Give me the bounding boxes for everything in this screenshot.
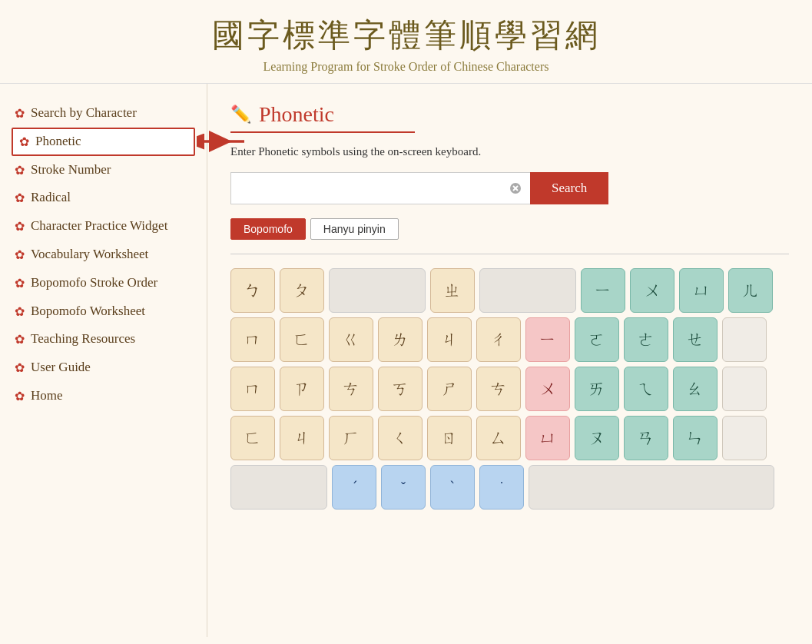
pencil-icon: ✏️ [230,105,251,124]
keyboard-row-1: ㄅ ㄆ ㄓ ㄧ ㄨ ㄩ ㄦ [230,268,789,313]
key-ch[interactable]: ㄔ [476,317,521,362]
sidebar-item-search-by-character[interactable]: ✿ Search by Character [12,99,195,128]
sidebar-item-vocabulary-worksheet[interactable]: ✿ Vocabulary Worksheet [12,241,195,269]
clear-icon [509,182,522,194]
key-m[interactable]: ㄇ [230,317,275,362]
key-c2[interactable]: ㄘ [476,367,521,411]
key-tone2[interactable]: ˊ [332,465,376,510]
key-s[interactable]: ㄙ [476,416,521,460]
key-c[interactable]: ㄘ [329,367,373,411]
key-yu[interactable]: ㄩ [679,268,724,313]
tab-row: Bopomofo Hanyu pinyin [230,218,789,240]
sidebar-item-stroke-number[interactable]: ✿ Stroke Number [12,156,195,184]
search-input-wrapper [230,172,530,204]
key-j[interactable]: ㄐ [427,317,472,362]
key-j2[interactable]: ㄐ [280,416,324,460]
phonetic-keyboard: ㄅ ㄆ ㄓ ㄧ ㄨ ㄩ ㄦ ㄇ ㄈ ㄍ ㄌ ㄐ ㄔ ㄧ ㄛ ㄜ ㄝ [230,268,789,510]
key-b[interactable]: ㄅ [230,268,275,313]
sidebar-item-teaching-resources[interactable]: ✿ Teaching Resources [12,325,195,354]
key-empty-4 [722,367,767,411]
search-button[interactable]: Search [530,172,608,204]
sidebar-item-character-practice-widget[interactable]: ✿ Character Practice Widget [12,212,195,241]
keyboard-row-4: ㄈ ㄐ ㄏ ㄑ ㄖ ㄙ ㄩ ㄡ ㄢ ㄣ [230,416,789,460]
arrow-indicator [197,129,249,154]
divider [230,254,789,254]
key-ou[interactable]: ㄡ [575,416,619,460]
sidebar-item-bopomofo-worksheet[interactable]: ✿ Bopomofo Worksheet [12,297,195,326]
key-eh[interactable]: ㄝ [673,317,718,362]
sidebar-item-phonetic[interactable]: ✿ Phonetic [12,128,195,156]
key-k[interactable]: ㄎ [378,367,423,411]
key-medial-u[interactable]: ㄨ [525,367,570,411]
sidebar-item-home[interactable]: ✿ Home [12,382,195,410]
key-wu[interactable]: ㄨ [630,268,674,313]
key-zh[interactable]: ㄓ [430,268,475,313]
sidebar-label-search-by-character: Search by Character [31,105,137,121]
key-er[interactable]: ㄦ [728,268,773,313]
sidebar-label-home: Home [31,387,63,404]
tab-bopomofo[interactable]: Bopomofo [230,218,306,240]
flower-icon-9: ✿ [15,332,25,348]
sidebar-item-user-guide[interactable]: ✿ User Guide [12,354,195,382]
title-chinese: 國字標準字體筆順學習網 [0,14,812,57]
sidebar-label-character-practice-widget: Character Practice Widget [31,217,167,234]
sidebar: ✿ Search by Character ✿ Phonetic ✿ Strok… [0,84,207,637]
key-tone4[interactable]: ˋ [430,465,475,510]
key-empty-7 [529,465,774,510]
flower-icon-4: ✿ [15,191,25,207]
key-empty-2 [479,268,576,313]
flower-icon-3: ✿ [15,163,25,179]
key-e[interactable]: ㄜ [624,317,668,362]
sidebar-item-radical[interactable]: ✿ Radical [12,184,195,212]
tab-hanyu-pinyin[interactable]: Hanyu pinyin [310,218,399,240]
key-o[interactable]: ㄛ [575,317,619,362]
key-yi[interactable]: ㄧ [581,268,625,313]
key-p[interactable]: ㄆ [280,268,324,313]
content-area: ✏️ Phonetic Enter Phonetic symbols using… [207,84,812,637]
flower-icon-1: ✿ [15,106,25,122]
section-description: Enter Phonetic symbols using the on-scre… [230,145,789,158]
main-layout: ✿ Search by Character ✿ Phonetic ✿ Strok… [0,84,812,637]
sidebar-label-bopomofo-worksheet: Bopomofo Worksheet [31,303,145,320]
key-ei[interactable]: ㄟ [624,367,668,411]
flower-icon-8: ✿ [15,304,25,320]
key-m2[interactable]: ㄇ [230,367,275,411]
key-h[interactable]: ㄏ [329,416,373,460]
key-empty-6 [230,465,327,510]
sidebar-label-teaching-resources: Teaching Resources [31,330,135,347]
flower-icon-10: ✿ [15,360,25,377]
flower-icon-2: ✿ [19,134,29,151]
sidebar-item-bopomofo-stroke-order[interactable]: ✿ Bopomofo Stroke Order [12,269,195,297]
sidebar-label-phonetic: Phonetic [35,133,81,150]
sidebar-label-radical: Radical [31,189,71,206]
key-tone5[interactable]: ˙ [479,465,524,510]
key-l[interactable]: ㄌ [378,317,423,362]
key-z[interactable]: ㄗ [280,367,324,411]
clear-button[interactable] [507,180,524,197]
key-medial-i[interactable]: ㄧ [525,317,570,362]
key-en[interactable]: ㄣ [673,416,718,460]
section-title-text: Phonetic [259,102,334,127]
sidebar-label-stroke-number: Stroke Number [31,161,111,178]
key-f2[interactable]: ㄈ [230,416,275,460]
search-input[interactable] [230,172,530,204]
key-an[interactable]: ㄢ [624,416,668,460]
keyboard-row-2: ㄇ ㄈ ㄍ ㄌ ㄐ ㄔ ㄧ ㄛ ㄜ ㄝ [230,317,789,362]
keyboard-row-3: ㄇ ㄗ ㄘ ㄎ ㄕ ㄘ ㄨ ㄞ ㄟ ㄠ [230,367,789,411]
key-r[interactable]: ㄖ [427,416,472,460]
key-q[interactable]: ㄑ [378,416,423,460]
keyboard-row-5: ˊ ˇ ˋ ˙ [230,465,789,510]
key-medial-yu[interactable]: ㄩ [525,416,570,460]
key-ai[interactable]: ㄞ [575,367,619,411]
title-english: Learning Program for Stroke Order of Chi… [0,60,812,74]
key-g[interactable]: ㄍ [329,317,373,362]
key-ao[interactable]: ㄠ [673,367,718,411]
flower-icon-6: ✿ [15,247,25,264]
sidebar-label-bopomofo-stroke-order: Bopomofo Stroke Order [31,274,157,291]
key-empty-3 [722,317,767,362]
key-sh[interactable]: ㄕ [427,367,472,411]
section-title: ✏️ Phonetic [230,102,415,133]
key-tone3[interactable]: ˇ [381,465,426,510]
key-f[interactable]: ㄈ [280,317,324,362]
key-empty-1 [329,268,426,313]
